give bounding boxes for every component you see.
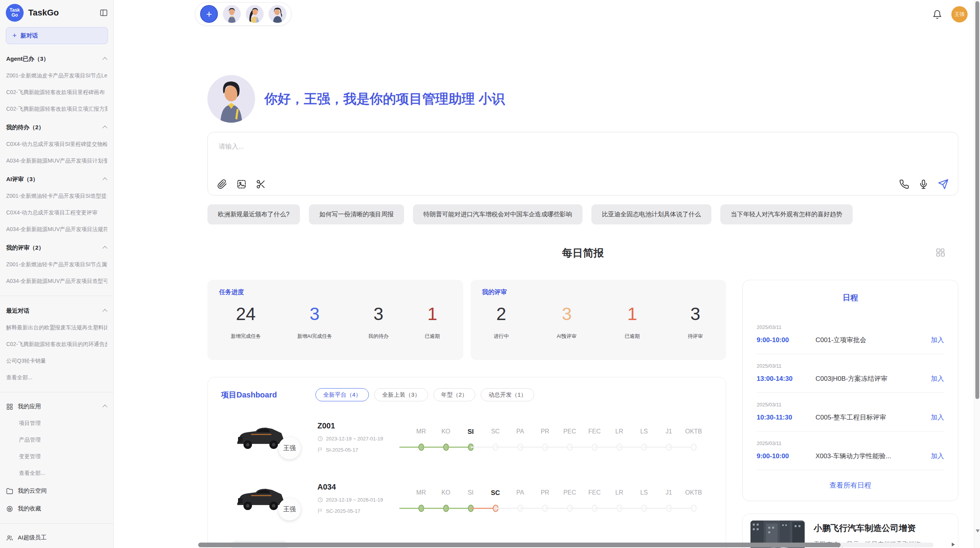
schedule-time: 13:00-14:30	[757, 375, 816, 383]
briefing-stats: 任务进度 24新增完成任务3新增AI完成任务3我的待办1已逾期 我的评审 2进行…	[207, 280, 726, 360]
sidebar-recent-item[interactable]: 解释最新出台的欧盟报废车法规再生塑料比例被调至15%...	[6, 324, 107, 331]
attachment-icon[interactable]	[217, 179, 227, 189]
layout-grid-icon[interactable]	[935, 248, 945, 257]
assistant-avatar	[207, 75, 255, 123]
join-link[interactable]: 加入	[931, 336, 944, 344]
recent-view-all[interactable]: 查看全部...	[6, 374, 107, 381]
suggestion-chip[interactable]: 当下年轻人对汽车外观有怎样的喜好趋势	[720, 204, 853, 224]
sidebar-section-recent[interactable]: 最近对话	[6, 307, 107, 315]
new-chat-button[interactable]: + 新对话	[6, 27, 108, 44]
schedule-time: 10:30-11:30	[757, 414, 816, 421]
sidebar-conversation-item[interactable]: C0X4-动力总成开发项目工程变更评审	[6, 209, 107, 216]
stat-label: AI预评审	[557, 333, 577, 340]
project-vehicle-image	[232, 418, 287, 459]
dashboard-title: 项目Dashboard	[221, 390, 315, 400]
suggestion-chips: 欧洲新规最近颁布了什么?如何写一份清晰的项目周报特朗普可能对进口汽车增税会对中国…	[207, 204, 958, 224]
sidebar-section-agent-done[interactable]: Agent已办（3）	[6, 55, 107, 63]
stat-item: 1已逾期	[425, 303, 440, 340]
scroll-down-arrow[interactable]	[976, 529, 980, 533]
sidebar-conversation-item[interactable]: C0X4-动力总成开发项目SI里程碑提交物检查	[6, 141, 107, 148]
join-link[interactable]: 加入	[931, 452, 944, 461]
sidebar-conversation-item[interactable]: A034-全新新能源MUV产品开发项目计划变更表编写	[6, 158, 107, 164]
project-row[interactable]: 王强 Z001 2023-12-19 ~ 2027-01-19 SI-2025-…	[221, 418, 713, 459]
filter-chip[interactable]: 全新平台（4）	[315, 388, 369, 401]
sidebar-item-my-apps[interactable]: 我的应用	[6, 403, 107, 410]
join-link[interactable]: 加入	[931, 374, 944, 383]
chevron-up-icon[interactable]	[103, 246, 108, 251]
sidebar-section-my-todo[interactable]: 我的待办（2）	[6, 124, 107, 131]
sidebar-conversation-item[interactable]: Z001-全新燃油皮卡产品开发项目SI节点Lesson Learn报告	[6, 72, 107, 79]
vertical-scrollbar-thumb[interactable]	[975, 1, 979, 399]
scissors-icon[interactable]	[256, 179, 266, 189]
filter-chip[interactable]: 全新上装（3）	[374, 388, 428, 401]
horizontal-scrollbar[interactable]	[198, 543, 934, 547]
join-link[interactable]: 加入	[931, 413, 944, 422]
sidebar-conversation-item[interactable]: A034-全新新能源MUV产品开发项目造型可行性评审	[6, 278, 107, 285]
milestone-connector	[471, 447, 495, 448]
sidebar-app-item[interactable]: 变更管理	[19, 453, 107, 460]
schedule-item: 2025/03/11 9:00-10:00 C001-立项审批会 加入	[757, 315, 944, 354]
chevron-up-icon[interactable]	[103, 309, 108, 314]
sidebar-collapse-icon[interactable]	[99, 9, 108, 17]
chevron-up-icon[interactable]	[103, 405, 108, 410]
sidebar-section-my-review[interactable]: 我的评审（2）	[6, 244, 107, 252]
suggestion-chip[interactable]: 欧洲新规最近颁布了什么?	[207, 204, 300, 224]
chevron-up-icon[interactable]	[103, 178, 108, 183]
sidebar-conversation-item[interactable]: Z001-全新燃油轻卡产品开发项目SI造型提交物评审	[6, 193, 107, 200]
project-milestone-date: SI-2025-05-17	[326, 447, 358, 453]
apps-view-all[interactable]: 查看全部...	[19, 470, 107, 477]
phone-call-icon[interactable]	[899, 179, 909, 189]
message-input[interactable]	[208, 132, 958, 195]
milestone-connector	[421, 447, 446, 448]
horizontal-scrollbar-thumb[interactable]	[198, 543, 841, 547]
suggestion-chip[interactable]: 比亚迪全固态电池计划具体说了什么	[591, 204, 711, 224]
filter-chip[interactable]: 动总开发（1）	[481, 388, 534, 401]
task-progress-card: 任务进度 24新增完成任务3新增AI完成任务3我的待办1已逾期	[207, 280, 463, 360]
sidebar-app-item[interactable]: 产品管理	[19, 437, 107, 444]
stat-label: 我的待办	[368, 333, 389, 340]
project-dashboard-card: 项目Dashboard 全新平台（4）全新上装（3）年型（2）动总开发（1） 王…	[207, 377, 726, 548]
app-logo: Task Go	[6, 4, 24, 22]
send-icon[interactable]	[938, 179, 949, 190]
plus-icon: +	[12, 31, 17, 40]
sidebar-item-ai-staff[interactable]: AI超级员工	[6, 534, 107, 541]
sidebar-item-favorites[interactable]: 我的收藏	[6, 505, 107, 512]
logo-text-bottom: Go	[12, 13, 18, 18]
sidebar-conversation-item[interactable]: C02-飞腾新能源轻客改款项目里程碑画布	[6, 89, 107, 96]
milestone-connector	[446, 508, 471, 509]
greeting-section: 你好，王强，我是你的项目管理助理 小识	[207, 75, 958, 123]
sidebar-conversation-item[interactable]: Z001-全新燃油轻卡产品开发项目SI节点属性5D文件评审	[6, 261, 107, 268]
milestone-connector	[644, 447, 669, 448]
schedule-list: 2025/03/11 9:00-10:00 C001-立项审批会 加入 2025…	[757, 315, 944, 470]
milestone-connector	[446, 447, 471, 448]
project-row[interactable]: 王强 A034 2023-12-19 ~ 2026-01-19 SC-2025-…	[221, 480, 713, 520]
sidebar-conversation-item[interactable]: C02-飞腾新能源轻客改款项目立项汇报方案	[6, 106, 107, 113]
schedule-date: 2025/03/11	[757, 402, 944, 408]
sidebar-conversation-item[interactable]: A034-全新新能源MUV产品开发项目法规符合性评审	[6, 226, 107, 233]
sidebar-lists: Agent已办（3） Z001-全新燃油皮卡产品开发项目SI节点Lesson L…	[0, 55, 113, 548]
scroll-right-arrow[interactable]	[952, 543, 955, 546]
microphone-icon[interactable]	[918, 179, 929, 189]
stat-label: 已逾期	[625, 333, 640, 340]
suggestion-chip[interactable]: 特朗普可能对进口汽车增税会对中国车企造成哪些影响	[413, 204, 583, 224]
view-all-schedule-link[interactable]: 查看所有日程	[757, 481, 944, 490]
schedule-item: 2025/03/11 9:00-10:00 X003-车辆动力学性能验... 加…	[757, 432, 944, 470]
flag-icon	[317, 447, 323, 453]
stat-value: 1	[425, 303, 440, 324]
sidebar-app-item[interactable]: 项目管理	[19, 420, 107, 427]
milestone-label: OKTB	[678, 489, 709, 496]
flag-icon	[317, 508, 323, 514]
chevron-up-icon[interactable]	[103, 126, 108, 131]
stat-label: 新增AI完成任务	[297, 333, 332, 340]
chevron-up-icon[interactable]	[103, 57, 108, 62]
stat-label: 新增完成任务	[231, 333, 261, 340]
sidebar-section-ai-review[interactable]: AI评审（3）	[6, 176, 107, 183]
sidebar-recent-item[interactable]: 公司Q3轻卡销量	[6, 358, 107, 365]
filter-chip[interactable]: 年型（2）	[433, 388, 475, 401]
vertical-scrollbar[interactable]	[974, 0, 980, 548]
suggestion-chip[interactable]: 如何写一份清晰的项目周报	[309, 204, 404, 224]
sidebar-item-cloud-space[interactable]: 我的云空间	[6, 487, 107, 495]
image-upload-icon[interactable]	[236, 179, 247, 189]
sidebar-recent-item[interactable]: C02-飞腾新能源轻客改款项目的闭环通告反馈情况	[6, 341, 107, 348]
sidebar-header: Task Go TaskGo	[0, 0, 113, 22]
